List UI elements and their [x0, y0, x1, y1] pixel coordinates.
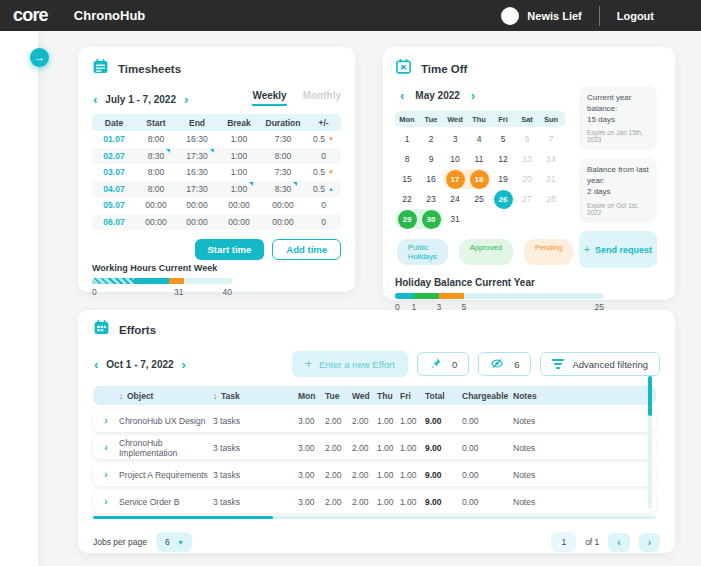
calendar-day[interactable]: 23 — [419, 189, 443, 209]
calendar-day[interactable]: 16 — [419, 169, 443, 189]
calendar-day[interactable]: 19 — [491, 169, 515, 189]
calendar-day[interactable]: 22 — [395, 189, 419, 209]
timesheet-row[interactable]: 01.07 8:00 16:30 1:00 7:30 0.5▼ — [92, 131, 341, 148]
chevron-right-icon[interactable]: › — [470, 89, 476, 102]
timesheet-row[interactable]: 02.07 8:30 17:30 1:00 8:00 0 — [92, 148, 341, 165]
calendar-day[interactable]: 28 — [539, 189, 563, 209]
column-task[interactable]: ↓Task — [213, 391, 298, 401]
filter-icon — [552, 359, 564, 369]
calendar-day[interactable]: 14 — [539, 149, 563, 169]
avatar[interactable] — [501, 7, 519, 25]
effort-task: 3 tasks — [213, 470, 298, 480]
effort-notes[interactable]: Notes — [513, 443, 656, 453]
effort-row[interactable]: › Project A Requirements 3 tasks3.002.00… — [93, 463, 656, 486]
jobs-per-page-select[interactable]: 6 ▾ — [156, 532, 192, 552]
chevron-right-icon[interactable]: › — [181, 358, 187, 371]
calendar-day[interactable]: 15 — [395, 169, 419, 189]
effort-row[interactable]: › ChronoHub UX Design 3 tasks3.002.002.0… — [93, 409, 656, 432]
timesheet-column-header: Break — [218, 118, 260, 128]
timesheet-row[interactable]: 04.07 8:00 17:30 1:00 8:30 0.5▲ — [92, 181, 341, 198]
sort-down-icon: ↓ — [213, 392, 217, 401]
pinned-counter-button[interactable]: 0 — [417, 352, 469, 376]
effort-day-value: 2.00 — [325, 416, 352, 426]
expand-row-icon[interactable]: › — [93, 469, 119, 480]
chevron-right-icon[interactable]: › — [183, 93, 189, 106]
advanced-filtering-button[interactable]: Advanced filtering — [540, 352, 660, 376]
column-object[interactable]: ↓Object — [119, 391, 213, 401]
calendar-day[interactable]: 31 — [443, 209, 467, 229]
prev-page-button[interactable]: ‹ — [608, 533, 629, 552]
calendar-day[interactable]: 6 — [515, 129, 539, 149]
chevron-left-icon[interactable]: ‹ — [93, 358, 99, 371]
calendar-day[interactable]: 9 — [419, 149, 443, 169]
calendar-day[interactable]: 11 — [467, 149, 491, 169]
timesheet-row[interactable]: 03.07 8:00 16:30 1:00 7:30 0.5▼ — [92, 164, 341, 181]
calendar-day[interactable]: 7 — [539, 129, 563, 149]
calendar-weekday-header: MonTueWedThuFriSatSun — [395, 111, 565, 127]
calendar-day[interactable]: 25 — [467, 189, 491, 209]
timesheet-end: 17:30 — [176, 184, 218, 194]
next-page-button[interactable]: › — [639, 533, 660, 552]
calendar-day[interactable]: 27 — [515, 189, 539, 209]
calendar-day[interactable]: 4 — [467, 129, 491, 149]
timesheet-row[interactable]: 06.07 00:00 00:00 00:00 00:00 0 — [92, 214, 341, 231]
effort-total: 9.00 — [425, 497, 462, 507]
calendar-day[interactable]: 20 — [515, 169, 539, 189]
efforts-table: ↓Object ↓TaskMonTueWedThuFriTotal Charge… — [93, 386, 656, 513]
chevron-left-icon[interactable]: ‹ — [92, 93, 98, 106]
effort-row[interactable]: › Service Order B 3 tasks3.002.002.001.0… — [93, 490, 656, 513]
calendar-day[interactable]: 29 — [395, 209, 419, 229]
expand-row-icon[interactable]: › — [93, 415, 119, 426]
calendar-day[interactable]: 21 — [539, 169, 563, 189]
efforts-calendar-icon — [93, 319, 110, 340]
send-request-button[interactable]: +Send request — [579, 231, 657, 268]
calendar-day[interactable]: 18 — [467, 169, 491, 189]
balance-box: Current year balance: 15 days Expire on … — [579, 86, 657, 150]
logout-button[interactable]: Logout — [617, 10, 654, 22]
bar-tick-label: 31 — [174, 287, 183, 297]
sidebar-expand-button[interactable]: → — [30, 48, 49, 67]
hidden-counter-button[interactable]: 6 — [478, 352, 531, 376]
chevron-left-icon[interactable]: ‹ — [399, 89, 405, 102]
timesheet-date: 05.07 — [92, 200, 136, 210]
calendar-day[interactable]: 26 — [491, 189, 515, 209]
balance-note: Expire on Jan 15th, 2023 — [587, 129, 649, 143]
effort-row[interactable]: › ChronoHub Implementation 3 tasks3.002.… — [93, 436, 656, 459]
calendar-day[interactable]: 8 — [395, 149, 419, 169]
calendar-day[interactable]: 12 — [491, 149, 515, 169]
timesheet-start: 8:30 — [136, 151, 176, 161]
weekday-label: Tue — [419, 115, 443, 124]
effort-notes[interactable]: Notes — [513, 470, 656, 480]
effort-day-value: 1.00 — [400, 416, 425, 426]
calendar-day-holiday: 26 — [494, 190, 513, 209]
calendar-day[interactable]: 5 — [491, 129, 515, 149]
calendar-day[interactable]: 1 — [395, 129, 419, 149]
effort-notes[interactable]: Notes — [513, 416, 656, 426]
timesheet-end: 17:30 — [176, 151, 218, 161]
tab-monthly[interactable]: Monthly — [303, 90, 341, 106]
calendar-day[interactable]: 10 — [443, 149, 467, 169]
calendar-day[interactable]: 17 — [443, 169, 467, 189]
timesheet-end: 16:30 — [176, 167, 218, 177]
effort-chargeable: 0.00 — [462, 470, 513, 480]
expand-row-icon[interactable]: › — [93, 496, 119, 507]
add-time-button[interactable]: Add time — [272, 239, 341, 260]
calendar-day[interactable]: 3 — [443, 129, 467, 149]
expand-row-icon[interactable]: › — [93, 442, 119, 453]
calendar-day[interactable]: 30 — [419, 209, 443, 229]
timesheet-row[interactable]: 05.07 00:00 00:00 00:00 00:00 0 — [92, 197, 341, 214]
timesheet-table-body: 01.07 8:00 16:30 1:00 7:30 0.5▼ 02.07 8:… — [92, 131, 341, 230]
timesheet-start: 00:00 — [136, 217, 176, 227]
timesheet-date: 03.07 — [92, 167, 136, 177]
current-page-box[interactable]: 1 — [551, 532, 576, 552]
start-time-button[interactable]: Start time — [195, 239, 265, 260]
effort-notes[interactable]: Notes — [513, 497, 656, 507]
tab-weekly[interactable]: Weekly — [252, 90, 286, 106]
calendar-day[interactable]: 13 — [515, 149, 539, 169]
horizontal-scrollbar[interactable] — [93, 516, 656, 519]
calendar-day[interactable]: 2 — [419, 129, 443, 149]
enter-new-effort-button[interactable]: + Enter a new Effort — [292, 351, 408, 377]
vertical-scrollbar[interactable] — [648, 376, 652, 509]
efforts-title: Efforts — [119, 324, 156, 336]
calendar-day[interactable]: 24 — [443, 189, 467, 209]
